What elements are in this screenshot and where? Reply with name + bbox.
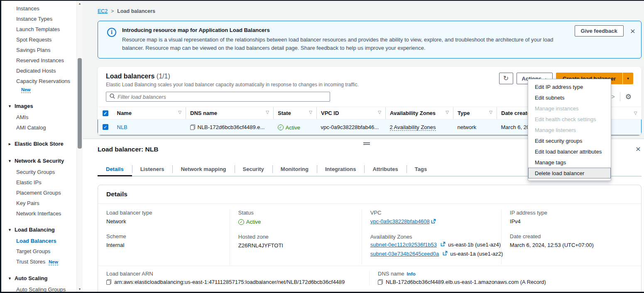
give-feedback-button[interactable]: Give feedback xyxy=(575,25,624,37)
sidebar-item-launch-templates[interactable]: Launch Templates xyxy=(1,24,76,34)
external-link-icon[interactable] xyxy=(441,242,446,248)
sidebar-section-network-security[interactable]: ▼Network & Security xyxy=(1,155,76,167)
filter-icon[interactable]: ▽ xyxy=(634,111,637,115)
chevron-down-icon: ▼ xyxy=(8,276,12,281)
column-header-type[interactable]: Type▽ xyxy=(453,107,497,120)
tab-network-mapping[interactable]: Network mapping xyxy=(172,162,234,176)
subnet-link[interactable]: subnet-03e734b2645ceed0a xyxy=(370,251,439,257)
state-cell: Active xyxy=(286,125,300,131)
tab-security[interactable]: Security xyxy=(235,162,272,176)
resource-count: (1/1) xyxy=(157,73,170,80)
filter-icon[interactable]: ▽ xyxy=(309,110,312,115)
sidebar-item-key-pairs[interactable]: Key Pairs xyxy=(1,198,76,208)
tab-listeners[interactable]: Listeners xyxy=(132,162,173,176)
tab-details[interactable]: Details xyxy=(98,162,132,176)
sidebar-item-network-interfaces[interactable]: Network Interfaces xyxy=(1,208,76,219)
gear-icon[interactable]: ⚙ xyxy=(625,93,632,101)
tab-monitoring[interactable]: Monitoring xyxy=(272,162,317,176)
column-header-settings[interactable]: ▽ xyxy=(618,107,642,120)
sidebar-item-placement-groups[interactable]: Placement Groups xyxy=(1,188,76,198)
refresh-icon: ↻ xyxy=(503,75,509,82)
sidebar-item-elastic-ips[interactable]: Elastic IPs xyxy=(1,177,76,188)
breadcrumb-ec2-link[interactable]: EC2 xyxy=(98,8,108,14)
field-label: Availability Zones xyxy=(370,234,493,240)
sidebar-section-load-balancing[interactable]: ▼Load Balancing xyxy=(1,224,76,236)
field-label: Load balancer ARN xyxy=(106,271,361,277)
arn-value: arn:aws:elasticloadbalancing:us-east-1:4… xyxy=(114,279,345,285)
sidebar-item-ami-catalog[interactable]: AMI Catalog xyxy=(1,122,76,133)
sidebar-item-trust-stores[interactable]: Trust StoresNew xyxy=(1,256,76,267)
availability-zones-popover[interactable]: 2 Availability Zones xyxy=(390,124,436,131)
chevron-down-icon: ▼ xyxy=(8,228,12,232)
external-link-icon[interactable] xyxy=(443,251,448,257)
vpc-link[interactable]: vpc-0a9c38228bfab4608 xyxy=(370,218,430,225)
menu-item-manage-instances: Manage instances xyxy=(528,103,611,114)
info-link[interactable]: Info xyxy=(407,271,416,276)
close-icon[interactable]: × xyxy=(630,28,635,34)
sidebar-item-target-groups[interactable]: Target Groups xyxy=(1,246,76,256)
filter-input[interactable] xyxy=(118,94,326,100)
row-checkbox[interactable]: ✓ xyxy=(103,124,108,130)
sidebar-item-savings-plans[interactable]: Savings Plans xyxy=(1,45,76,55)
filter-icon[interactable]: ▽ xyxy=(446,110,449,115)
copy-icon[interactable] xyxy=(106,279,111,285)
menu-item-delete-load-balancer[interactable]: Delete load balancer xyxy=(528,168,611,178)
sidebar-item-auto-scaling-groups[interactable]: Auto Scaling Groups xyxy=(1,284,76,292)
sidebar-item-reserved-instances[interactable]: Reserved Instances xyxy=(1,55,76,66)
menu-item-edit-ip-address-type[interactable]: Edit IP address type xyxy=(528,81,611,92)
sidebar-item-amis[interactable]: AMIs xyxy=(1,112,76,122)
vpc-id-cell: vpc-0a9c38228bfab46... xyxy=(321,124,379,130)
field-label: Scheme xyxy=(106,233,221,239)
date-created-value: March 6, 2024, 12:53 (UTC+07:00) xyxy=(510,241,633,249)
column-header-name[interactable]: Name▽ xyxy=(113,107,186,120)
copy-icon[interactable] xyxy=(378,279,383,285)
sidebar-section-auto-scaling[interactable]: ▼Auto Scaling xyxy=(1,272,76,284)
create-load-balancer-dropdown-button[interactable]: ▼ xyxy=(622,73,633,84)
tab-tags[interactable]: Tags xyxy=(406,162,435,176)
filter-icon[interactable]: ▽ xyxy=(266,110,269,115)
sidebar-item-capacity-reservations[interactable]: Capacity Reservations xyxy=(1,76,76,86)
sidebar-item-security-groups[interactable]: Security Groups xyxy=(1,167,76,177)
copy-icon[interactable] xyxy=(190,125,195,130)
tab-integrations[interactable]: Integrations xyxy=(317,162,364,176)
menu-item-edit-load-balancer-attributes[interactable]: Edit load balancer attributes xyxy=(528,146,611,157)
scroll-up-icon[interactable]: ▲ xyxy=(77,2,83,5)
divider xyxy=(620,92,620,101)
sidebar-item-dedicated-hosts[interactable]: Dedicated Hosts xyxy=(1,66,76,76)
menu-item-edit-security-groups[interactable]: Edit security groups xyxy=(528,135,611,146)
select-all-checkbox[interactable]: ✓ xyxy=(103,110,108,116)
menu-item-manage-tags[interactable]: Manage tags xyxy=(528,157,611,168)
sidebar-scrollbar[interactable]: ▲ ▼ xyxy=(76,1,83,292)
external-link-icon[interactable] xyxy=(431,218,436,226)
sidebar-item-spot-requests[interactable]: Spot Requests xyxy=(1,34,76,45)
trust-stores-new-badge: New xyxy=(49,259,58,265)
tab-attributes[interactable]: Attributes xyxy=(364,162,406,176)
sidebar-item-instances[interactable]: Instances xyxy=(1,3,76,14)
filter-icon[interactable]: ▽ xyxy=(378,110,381,115)
sidebar-section-elastic-block-store[interactable]: ►Elastic Block Store xyxy=(1,138,76,150)
drag-handle-icon[interactable] xyxy=(363,142,370,146)
column-header-vpc-id[interactable]: VPC ID▽ xyxy=(317,107,386,120)
breadcrumb: EC2 > Load balancers xyxy=(98,8,642,14)
refresh-button[interactable]: ↻ xyxy=(499,73,513,84)
next-page-icon[interactable]: > xyxy=(612,93,615,100)
subnet-link[interactable]: subnet-0ec112c92536f1b53 xyxy=(370,242,437,248)
ip-type-value: IPv4 xyxy=(510,217,633,225)
scroll-down-icon[interactable]: ▼ xyxy=(77,288,83,291)
filter-icon[interactable]: ▽ xyxy=(489,110,492,115)
dns-name-cell: NLB-172d6bcb36cf4489.e... xyxy=(198,124,265,130)
column-header-availability-zones[interactable]: Availability Zones▽ xyxy=(386,107,453,120)
sidebar-item-instance-types[interactable]: Instance Types xyxy=(1,14,76,24)
capacity-reservations-new-badge: New xyxy=(1,86,76,95)
ec2-sidebar: Instances Instance Types Launch Template… xyxy=(1,1,83,292)
lb-name-link[interactable]: NLB xyxy=(117,124,127,130)
sidebar-section-images[interactable]: ▼Images xyxy=(1,100,76,112)
column-header-dns-name[interactable]: DNS name▽ xyxy=(186,107,274,120)
menu-item-edit-subnets[interactable]: Edit subnets xyxy=(528,92,611,103)
type-cell: network xyxy=(458,124,477,130)
filter-icon[interactable]: ▽ xyxy=(178,110,181,115)
scrollbar-thumb[interactable] xyxy=(78,58,82,149)
column-header-state[interactable]: State▽ xyxy=(274,107,317,120)
close-icon[interactable]: × xyxy=(636,146,641,152)
sidebar-item-load-balancers[interactable]: Load Balancers xyxy=(1,236,76,246)
